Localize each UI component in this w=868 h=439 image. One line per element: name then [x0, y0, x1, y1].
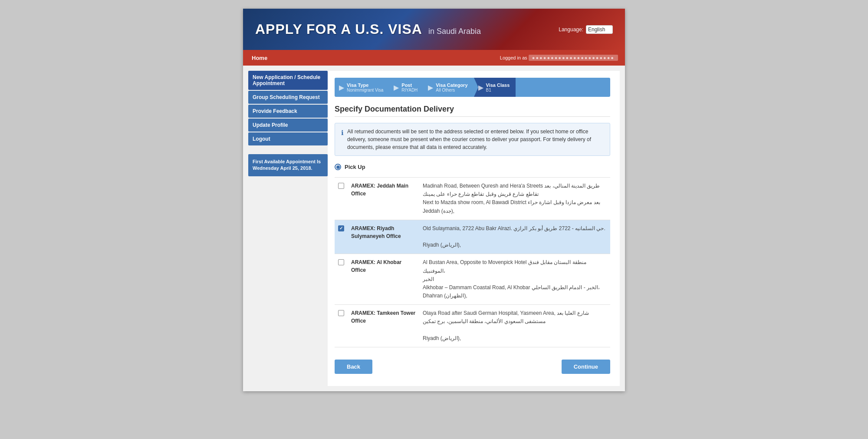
step-value-1: Nonimmigrant Visa [347, 88, 383, 92]
sidebar-item-profile[interactable]: Update Profile [248, 119, 328, 132]
checkbox-tamkeen[interactable] [338, 310, 344, 316]
location-row-tamkeen[interactable]: ARAMEX: Tamkeen Tower Office Olaya Road … [335, 305, 610, 347]
step-arrow-3: ▶ [428, 83, 433, 92]
step-arrow-1: ▶ [339, 83, 344, 92]
info-text: All returned documents will be sent to t… [347, 128, 604, 151]
location-row-khobar[interactable]: ARAMEX: Al Khobar Office Al Bustan Area,… [335, 254, 610, 305]
appointment-box: First Available Appointment Is Wednesday… [248, 154, 328, 176]
step-visa-class: ▶ Visa Class B1 [474, 78, 516, 97]
step-arrow-4: ▶ [478, 83, 483, 92]
checkbox-riyadh[interactable] [338, 225, 344, 231]
step-arrow-2: ▶ [394, 83, 399, 92]
info-box: ℹ All returned documents will be sent to… [335, 123, 610, 156]
header-title-block: APPLY FOR A U.S. VISA in Saudi Arabia [255, 21, 481, 37]
nav-bar: Home Logged in as ●●●●●●●●●●●●●●●●●●●●●● [243, 50, 625, 66]
sidebar-link-logout[interactable]: Logout [248, 132, 328, 145]
sidebar: New Application / Schedule Appointment G… [243, 66, 328, 391]
checkbox-jeddah[interactable] [338, 183, 344, 189]
location-address-tamkeen: Olaya Road after Saudi German Hospital, … [419, 305, 610, 347]
location-table: ARAMEX: Jeddah Main Office Madinah Road,… [335, 177, 610, 347]
content-area: ▶ Visa Type Nonimmigrant Visa ▶ Post RIY… [328, 71, 620, 386]
step-visa-type: ▶ Visa Type Nonimmigrant Visa [335, 78, 389, 97]
step-inner-3: Visa Category All Others [436, 83, 467, 92]
step-value-4: B1 [486, 88, 510, 92]
location-name-jeddah: ARAMEX: Jeddah Main Office [348, 178, 419, 220]
checkbox-cell-jeddah[interactable] [335, 178, 348, 220]
step-value-2: RIYADH [401, 88, 418, 92]
loggedin-info: Logged in as ●●●●●●●●●●●●●●●●●●●●●● [500, 55, 625, 61]
sidebar-link-feedback[interactable]: Provide Feedback [248, 105, 328, 118]
step-post: ▶ Post RIYADH [389, 78, 424, 97]
step-label-1: Visa Type [347, 83, 383, 88]
pickup-radio[interactable] [335, 164, 341, 170]
loggedin-label: Logged in as [500, 55, 527, 60]
main-layout: New Application / Schedule Appointment G… [243, 66, 625, 391]
header: APPLY FOR A U.S. VISA in Saudi Arabia La… [243, 9, 625, 50]
site-title: APPLY FOR A U.S. VISA [255, 21, 422, 37]
step-value-3: All Others [436, 88, 467, 92]
step-label-4: Visa Class [486, 83, 510, 88]
location-name-riyadh: ARAMEX: Riyadh Sulymaneyeh Office [348, 220, 419, 254]
pickup-label: Pick Up [345, 164, 365, 170]
step-label-3: Visa Category [436, 83, 467, 88]
language-selector[interactable]: Language: English Arabic [559, 25, 613, 34]
page-wrapper: APPLY FOR A U.S. VISA in Saudi Arabia La… [243, 9, 625, 391]
loggedin-user: ●●●●●●●●●●●●●●●●●●●●●● [529, 55, 618, 61]
step-label-2: Post [401, 83, 418, 88]
checkbox-cell-riyadh[interactable] [335, 220, 348, 254]
step-visa-category: ▶ Visa Category All Others [424, 78, 473, 97]
back-button[interactable]: Back [335, 360, 372, 374]
sidebar-item-group[interactable]: Group Scheduling Request [248, 91, 328, 104]
checkbox-khobar[interactable] [338, 259, 344, 265]
sidebar-link-new-app[interactable]: New Application / Schedule Appointment [248, 71, 328, 90]
site-subtitle: in Saudi Arabia [428, 27, 481, 36]
step-inner-4: Visa Class B1 [486, 83, 510, 92]
home-link[interactable]: Home [243, 50, 276, 66]
location-row-jeddah[interactable]: ARAMEX: Jeddah Main Office Madinah Road,… [335, 178, 610, 220]
location-address-khobar: Al Bustan Area, Opposite to Movenpick Ho… [419, 254, 610, 305]
pickup-option[interactable]: Pick Up [335, 164, 610, 170]
location-row-riyadh[interactable]: ARAMEX: Riyadh Sulymaneyeh Office Old Su… [335, 220, 610, 254]
location-name-tamkeen: ARAMEX: Tamkeen Tower Office [348, 305, 419, 347]
language-label: Language: [559, 26, 583, 33]
sidebar-menu: New Application / Schedule Appointment G… [248, 71, 328, 145]
language-dropdown[interactable]: English Arabic [586, 25, 613, 34]
sidebar-link-group[interactable]: Group Scheduling Request [248, 91, 328, 104]
info-icon: ℹ [341, 128, 344, 138]
location-address-jeddah: Madinah Road, Between Quresh and Hera'a … [419, 178, 610, 220]
sidebar-item-new-app[interactable]: New Application / Schedule Appointment [248, 71, 328, 90]
page-title: Specify Documentation Delivery [335, 105, 610, 117]
continue-button[interactable]: Continue [562, 360, 610, 374]
sidebar-item-feedback[interactable]: Provide Feedback [248, 105, 328, 118]
checkbox-cell-tamkeen[interactable] [335, 305, 348, 347]
location-name-khobar: ARAMEX: Al Khobar Office [348, 254, 419, 305]
sidebar-item-logout[interactable]: Logout [248, 132, 328, 145]
step-inner-2: Post RIYADH [401, 83, 418, 92]
location-address-riyadh: Old Sulaymania, 2722 Abu Bakr Alrazi. حي… [419, 220, 610, 254]
sidebar-link-profile[interactable]: Update Profile [248, 119, 328, 132]
step-inner-1: Visa Type Nonimmigrant Visa [347, 83, 383, 92]
steps-bar: ▶ Visa Type Nonimmigrant Visa ▶ Post RIY… [335, 78, 610, 97]
checkbox-cell-khobar[interactable] [335, 254, 348, 305]
buttons-row: Back Continue [335, 360, 610, 374]
